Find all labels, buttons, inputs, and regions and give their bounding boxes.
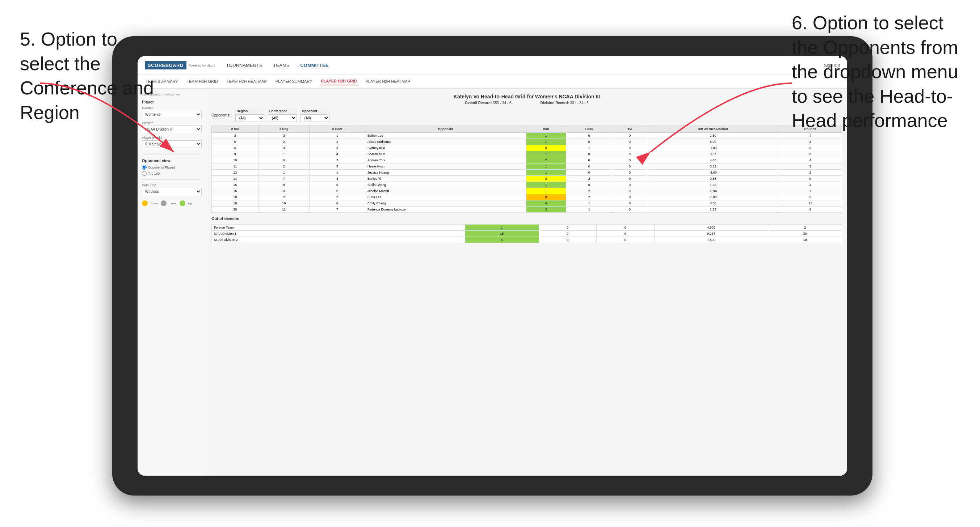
page-title: Katelyn Vo Head-to-Head Grid for Women's…: [212, 94, 842, 100]
col-loss: Loss: [566, 126, 612, 133]
main-nav: TOURNAMENTS TEAMS COMMITTEE: [226, 62, 824, 69]
radio-top100[interactable]: Top 100: [142, 171, 202, 176]
table-row: 15 8 5 Stella Cheng 1 0 0 1.25 4: [212, 182, 842, 188]
col-diff: Diff Av Strokes/Rnd: [647, 126, 779, 133]
col-div: # Div: [212, 126, 258, 133]
out-of-division-title: Out of division: [212, 216, 842, 221]
table-row: 3 3 1 Esther Lee 1 0 0 1.50 4: [212, 133, 842, 139]
top-nav: SCOREBOARD Powered by clippd TOURNAMENTS…: [138, 56, 847, 75]
tablet-frame: SCOREBOARD Powered by clippd TOURNAMENTS…: [112, 36, 872, 495]
region-select[interactable]: (All): [235, 114, 264, 122]
table-row: 16 3 6 Jessica Mason 1 2 0 -0.94 7: [212, 188, 842, 194]
dot-up-label: Up: [188, 202, 192, 205]
sub-nav: TEAM SUMMARY TEAM H2H GRID TEAM H2H HEAT…: [138, 75, 847, 89]
col-reg: # Reg: [258, 126, 310, 133]
conference-filter: Conference (All): [268, 108, 297, 122]
overall-record: Overall Record: 353 - 34 - 6: [465, 101, 511, 105]
annotation-right: 6. Option to select the Opponents from t…: [792, 11, 969, 133]
colour-by-select[interactable]: Win/loss: [142, 188, 202, 195]
subnav-player-h2h-heatmap[interactable]: PLAYER H2H HEATMAP: [365, 78, 411, 85]
opponent-view-title: Opponent view: [142, 159, 202, 163]
subnav-player-h2h-grid[interactable]: PLAYER H2H GRID: [320, 78, 358, 85]
table-row: 9 1 4 Sharon Mun 1 0 0 3.67 3: [212, 151, 842, 157]
table-row: 5 2 2 Alexis Sudjianto 1 0 0 4.00 3: [212, 139, 842, 145]
dot-up: [180, 200, 185, 206]
conference-select[interactable]: (All): [268, 114, 297, 122]
colour-section: Colour by Win/loss Down Level Up: [142, 183, 202, 206]
filter-row: Opponents: Region (All) Conference (All): [212, 108, 842, 122]
dot-down: [142, 200, 148, 206]
nav-committee[interactable]: COMMITTEE: [300, 62, 328, 69]
dot-level: [161, 200, 167, 206]
table-row: 6 3 3 Sydney Kuo 0 1 0 -1.00 3: [212, 145, 842, 151]
table-row: 19 10 6 Emily Chang 4 1 0 0.30 11: [212, 200, 842, 206]
opponent-select[interactable]: (All): [301, 114, 329, 122]
records-row: Overall Record: 353 - 34 - 6 Division Re…: [212, 101, 842, 105]
logo-subtitle: Powered by clippd: [189, 63, 215, 67]
subnav-player-summary[interactable]: PLAYER SUMMARY: [275, 78, 313, 85]
out-of-div-row: NAIA Division 1 15 0 0 9.267 30: [212, 231, 842, 237]
nav-tournaments[interactable]: TOURNAMENTS: [226, 62, 262, 69]
out-of-div-row: Foreign Team 1 0 0 4.500 2: [212, 225, 842, 231]
colour-legend: Down Level Up: [142, 200, 202, 206]
sidebar: Last Updated: 27/03/2024 AM Player Gende…: [138, 89, 206, 476]
col-opponent: Opponent: [365, 126, 526, 133]
opponent-header: Opponent: [301, 108, 329, 114]
table-row: 14 7 4 Eunice Yi 2 2 0 0.38 9: [212, 176, 842, 182]
col-win: Win: [526, 126, 566, 133]
content-area: Katelyn Vo Head-to-Head Grid for Women's…: [206, 89, 847, 476]
table-row: 11 2 5 Heejo Hyun 1 0 0 3.33 3: [212, 163, 842, 170]
table-row: 20 11 7 Federica Domecq Lacroze 2 1 0 1.…: [212, 206, 842, 213]
radio-opponents-played[interactable]: Opponents Played: [142, 165, 202, 170]
h2h-table: # Div # Reg # Conf Opponent Win Loss Tie…: [212, 125, 842, 213]
region-header: Region: [235, 108, 264, 114]
subnav-team-h2h-grid[interactable]: TEAM H2H GRID: [186, 78, 219, 85]
player-rank-label: Player (Rank): [142, 136, 202, 140]
col-tie: Tie: [612, 126, 647, 133]
subnav-team-h2h-heatmap[interactable]: TEAM H2H HEATMAP: [226, 78, 267, 85]
conference-header: Conference: [268, 108, 297, 114]
opponent-filter: Opponent (All): [301, 108, 329, 122]
dot-down-label: Down: [151, 202, 158, 205]
table-row: 13 1 1 Jessica Huang 1 0 0 -3.00 2: [212, 170, 842, 176]
division-select[interactable]: NCAA Division III: [142, 125, 202, 133]
table-row: 10 6 3 Andrea York 2 0 0 4.00 4: [212, 157, 842, 163]
opponents-label: Opponents:: [212, 113, 230, 117]
col-conf: # Conf: [310, 126, 365, 133]
out-of-division-table: Foreign Team 1 0 0 4.500 2 NAIA Division…: [212, 224, 842, 243]
table-row: 18 2 2 Euna Lee 0 2 0 -5.00 2: [212, 194, 842, 200]
division-record: Division Record: 331 - 34 - 6: [541, 101, 589, 105]
annotation-left: 5. Option to select the Conference and R…: [20, 27, 158, 125]
tablet-screen: SCOREBOARD Powered by clippd TOURNAMENTS…: [138, 56, 847, 476]
opponent-view-group: Opponents Played Top 100: [142, 165, 202, 176]
main-content: Last Updated: 27/03/2024 AM Player Gende…: [138, 89, 847, 476]
region-filter: Region (All): [235, 108, 264, 122]
nav-teams[interactable]: TEAMS: [273, 62, 290, 69]
player-rank-select[interactable]: 6. Katelyn Vo: [142, 140, 202, 148]
dot-level-label: Level: [169, 202, 176, 205]
out-of-div-row: NCAA Division 2 5 0 0 7.400 10: [212, 237, 842, 243]
colour-by-label: Colour by: [142, 183, 202, 187]
